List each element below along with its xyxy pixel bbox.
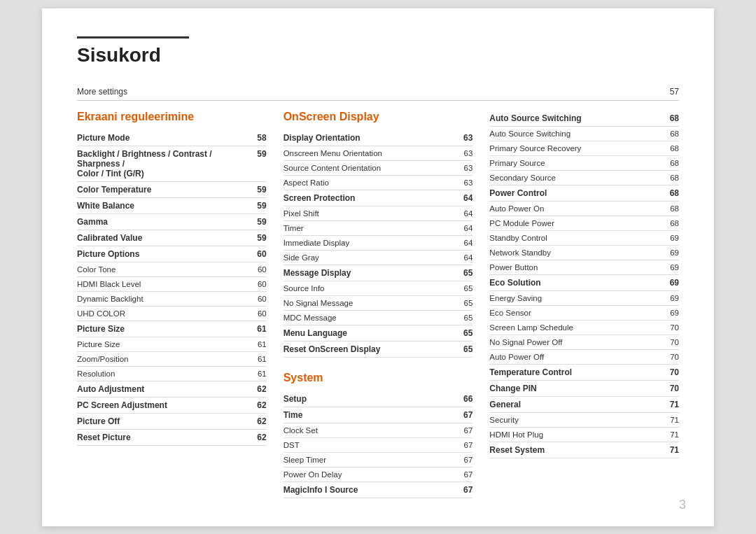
list-item: Standby Control69 — [489, 231, 679, 246]
col2-system-heading: System — [284, 372, 473, 384]
col1-items: Picture Mode58Backlight / Brightness / C… — [77, 130, 267, 446]
list-item: Picture Options60 — [77, 246, 267, 262]
item-number: 68 — [662, 188, 679, 198]
list-item: Reset OnScreen Display65 — [284, 342, 473, 358]
item-label: Picture Mode — [77, 133, 250, 143]
col2-system-groups: Setup66Time67Clock Set67DST67Sleep Timer… — [284, 391, 473, 498]
item-label: Power Button — [489, 263, 662, 272]
item-label: Time — [284, 410, 456, 420]
item-number: 71 — [662, 416, 679, 424]
item-label: MDC Message — [284, 314, 456, 322]
item-number: 65 — [456, 284, 472, 293]
title-bar — [77, 36, 189, 38]
item-label: HDMI Hot Plug — [489, 430, 662, 439]
item-number: 62 — [250, 416, 267, 426]
list-item: Time67 — [284, 407, 473, 423]
list-item: Auto Power Off70 — [489, 350, 679, 365]
list-item: Secondary Source68 — [489, 171, 679, 185]
list-item: Sleep Timer67 — [284, 453, 473, 468]
item-label: Primary Source — [489, 159, 662, 167]
item-label: No Signal Message — [284, 299, 456, 307]
item-number: 67 — [456, 470, 472, 479]
list-item: Temperature Control70 — [489, 365, 679, 381]
item-label: UHD COLOR — [77, 309, 250, 318]
item-number: 62 — [250, 433, 267, 442]
content: Ekraani reguleerimine Picture Mode58Back… — [77, 111, 679, 498]
col1: Ekraani reguleerimine Picture Mode58Back… — [77, 111, 284, 498]
item-number: 61 — [250, 340, 267, 349]
item-label: Backlight / Brightness / Contrast / Shar… — [77, 149, 250, 178]
item-label: Resolution — [77, 370, 250, 378]
col2-groups: Display Orientation63Onscreen Menu Orien… — [284, 130, 473, 358]
item-label: Color Tone — [77, 265, 250, 274]
list-item: White Balance59 — [77, 198, 267, 214]
item-label: Screen Protection — [284, 193, 456, 203]
list-item: HDMI Hot Plug71 — [489, 428, 679, 442]
item-label: HDMI Black Level — [77, 280, 250, 288]
list-item: Power Control68 — [489, 185, 679, 202]
list-item: Primary Source Recovery68 — [489, 141, 679, 156]
item-number: 59 — [250, 201, 267, 211]
list-item: Clock Set67 — [284, 423, 473, 438]
item-label: Change PIN — [489, 384, 662, 393]
list-item: Picture Size61 — [77, 321, 267, 337]
list-item: PC Screen Adjustment62 — [77, 398, 267, 414]
item-label: Energy Saving — [489, 294, 662, 302]
item-number: 63 — [456, 178, 472, 187]
list-item: Immediate Display64 — [284, 236, 473, 251]
item-label: Auto Power Off — [489, 353, 662, 361]
item-number: 60 — [250, 265, 267, 274]
item-number: 65 — [456, 299, 472, 307]
item-number: 60 — [250, 249, 267, 259]
list-item: UHD COLOR60 — [77, 307, 267, 321]
item-label: General — [489, 400, 662, 409]
item-label: Security — [489, 416, 662, 424]
item-label: Picture Size — [77, 340, 250, 349]
list-item: Calibrated Value59 — [77, 230, 267, 246]
list-item: Message Display65 — [284, 265, 473, 281]
item-label: Auto Power On — [489, 204, 662, 213]
item-number: 68 — [662, 204, 679, 213]
list-item: Reset System71 — [489, 442, 679, 458]
list-item: Color Tone60 — [77, 262, 267, 277]
list-item: Picture Off62 — [77, 414, 267, 430]
page-number: 3 — [679, 498, 686, 512]
item-number: 61 — [250, 324, 267, 334]
col3-content: Auto Source Switching68Auto Source Switc… — [489, 111, 679, 458]
list-item: General71 — [489, 397, 679, 413]
item-label: Side Gray — [284, 253, 456, 262]
item-label: Auto Adjustment — [77, 384, 250, 394]
item-label: White Balance — [77, 201, 250, 211]
col2: OnScreen Display Display Orientation63On… — [284, 111, 490, 498]
item-label: Network Standby — [489, 248, 662, 257]
item-number: 62 — [250, 384, 267, 394]
item-number: 68 — [662, 129, 679, 138]
item-label: Zoom/Position — [77, 355, 250, 363]
item-label: PC Screen Adjustment — [77, 400, 250, 410]
list-item: Dynamic Backlight60 — [77, 292, 267, 307]
item-label: Secondary Source — [489, 174, 662, 182]
item-number: 67 — [456, 456, 472, 464]
item-number: 64 — [456, 193, 472, 203]
item-label: Screen Lamp Schedule — [489, 323, 662, 332]
list-item: Power On Delay67 — [284, 468, 473, 482]
item-number: 62 — [250, 400, 267, 410]
item-label: Auto Source Switching — [489, 113, 662, 123]
item-label: Color Temperature — [77, 185, 250, 195]
list-item: Auto Source Switching68 — [489, 127, 679, 141]
item-label: Temperature Control — [489, 367, 662, 377]
item-label: Timer — [284, 224, 456, 232]
page-title: Sisukord — [77, 44, 679, 66]
list-item: Auto Adjustment62 — [77, 381, 267, 398]
list-item: Onscreen Menu Orientation63 — [284, 146, 473, 161]
list-item: DST67 — [284, 438, 473, 453]
item-number: 65 — [456, 314, 472, 322]
item-label: Onscreen Menu Orientation — [284, 149, 456, 157]
item-number: 59 — [250, 233, 267, 243]
item-label: Gamma — [77, 217, 250, 227]
item-number: 58 — [250, 133, 267, 143]
item-label: PC Module Power — [489, 219, 662, 227]
item-number: 69 — [662, 278, 679, 288]
item-number: 67 — [456, 410, 472, 420]
item-number: 60 — [250, 280, 267, 288]
